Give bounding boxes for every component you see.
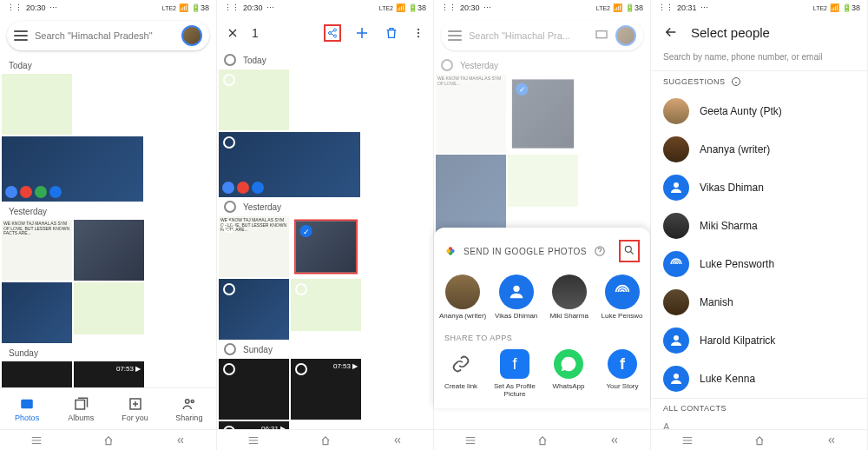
home-icon[interactable] — [536, 434, 549, 447]
menu-icon[interactable] — [247, 434, 260, 447]
hamburger-icon[interactable] — [14, 30, 28, 41]
svg-point-6 — [329, 32, 332, 35]
contact-item[interactable]: Miki Sharma — [651, 207, 867, 245]
selection-header: 1 — [217, 16, 433, 50]
selection-count: 1 — [252, 26, 312, 40]
avatar[interactable] — [181, 25, 202, 46]
nav-albums[interactable]: Albums — [54, 388, 108, 429]
avatar — [615, 25, 636, 46]
share-icon[interactable] — [324, 24, 341, 42]
delete-icon[interactable] — [383, 24, 400, 42]
screen-share-sheet: ⋮⋮20:30⋯ LTE2📶🔋38 Search "Himachal Pra..… — [434, 0, 651, 450]
photo-scroll[interactable]: Today Yesterday WE KNOW TAJ MAHAL AS SYM… — [0, 56, 216, 387]
suggestions-label: SUGGESTIONS — [651, 70, 867, 92]
more-icon[interactable] — [412, 27, 424, 39]
photo-thumb[interactable] — [219, 359, 289, 420]
contacts-scroll[interactable]: Geeta Aunty (Ptk) Ananya (writer) Vikas … — [651, 92, 867, 429]
send-label: SEND IN GOOGLE PHOTOS — [464, 247, 587, 256]
photo-scroll[interactable]: Today Yesterday WE KNOW TAJ MAHAL AS SYM… — [217, 50, 433, 429]
contact-item[interactable]: Harold Kilpatrick — [651, 321, 867, 360]
app-whatsapp[interactable]: WhatsApp — [543, 349, 594, 398]
select-all-circle[interactable] — [224, 343, 236, 355]
screen-selection: ⋮⋮20:30⋯ LTE2📶🔋38 1 Today Yesterday WE K… — [217, 0, 434, 450]
search-people-icon[interactable] — [619, 240, 640, 262]
menu-icon[interactable] — [30, 434, 43, 447]
status-bar: ⋮⋮20:31⋯ LTE2📶🔋38 — [651, 0, 867, 16]
status-bar: ⋮⋮20:30⋯ LTE2📶🔋38 — [217, 0, 433, 16]
photo-thumb[interactable]: WE KNOW TAJ MAHAL AS SYM OF LOVE, BUT LE… — [2, 220, 72, 281]
photo-thumb[interactable] — [2, 74, 72, 135]
svg-point-10 — [418, 36, 419, 37]
photo-thumb[interactable]: 07:53 ▶ — [74, 361, 144, 387]
select-all-circle[interactable] — [224, 54, 236, 66]
hamburger-icon — [448, 30, 462, 41]
add-icon[interactable] — [353, 24, 371, 42]
svg-point-4 — [191, 400, 194, 402]
home-icon[interactable] — [319, 434, 332, 447]
search-bar[interactable]: Search "Himachal Pradesh" — [7, 21, 209, 50]
photo-thumb[interactable] — [291, 279, 361, 331]
photo-thumb[interactable] — [2, 282, 72, 343]
photo-thumb[interactable] — [2, 136, 143, 202]
person-suggestion[interactable]: Vikas Dhiman — [493, 275, 539, 320]
select-header: Select people — [651, 16, 867, 49]
photo-thumb[interactable] — [2, 361, 72, 387]
svg-rect-0 — [21, 399, 33, 408]
screen-photos-main: ⋮⋮20:30⋯ LTE2📶🔋38 Search "Himachal Prade… — [0, 0, 217, 450]
select-all-circle[interactable] — [224, 201, 236, 213]
back-icon[interactable] — [608, 434, 621, 447]
info-icon[interactable] — [731, 76, 741, 87]
share-sheet: SEND IN GOOGLE PHOTOS Ananya (writer) Vi… — [434, 228, 650, 408]
svg-point-3 — [185, 399, 189, 403]
nav-foryou[interactable]: For you — [108, 388, 162, 429]
app-profile[interactable]: fSet As Profile Picture — [490, 349, 540, 398]
status-bar: ⋮⋮20:30⋯ LTE2📶🔋38 — [434, 0, 650, 16]
back-icon[interactable] — [391, 434, 404, 447]
contact-item[interactable]: Vikas Dhiman — [651, 169, 867, 207]
cast-icon — [595, 29, 608, 43]
back-icon[interactable] — [174, 434, 187, 447]
photo-thumb[interactable] — [219, 279, 289, 340]
close-icon[interactable] — [226, 26, 240, 40]
photo-thumb[interactable]: 07:53 ▶ — [291, 359, 361, 420]
photo-thumb-selected[interactable]: ✓ — [294, 220, 358, 275]
photo-thumb[interactable] — [74, 220, 144, 281]
person-suggestion[interactable]: Miki Sharma — [546, 275, 592, 320]
photo-thumb[interactable]: WE KNOW TAJ MAHAL AS SYM OF LOVE, BUT LE… — [219, 216, 289, 277]
home-icon[interactable] — [102, 434, 115, 447]
menu-icon[interactable] — [464, 434, 477, 447]
photo-thumb[interactable]: 06:31 ▶ — [219, 421, 289, 429]
photo-thumb[interactable] — [74, 282, 144, 334]
contact-item[interactable]: Manish — [651, 283, 867, 321]
contact-item[interactable]: Geeta Aunty (Ptk) — [651, 92, 867, 130]
contact-item[interactable]: Ananya (writer) — [651, 130, 867, 169]
svg-point-18 — [625, 246, 631, 252]
search-input[interactable]: Search by name, phone number, or email — [651, 49, 867, 70]
photo-thumb[interactable] — [219, 132, 360, 197]
svg-rect-1 — [76, 400, 85, 409]
status-bar: ⋮⋮20:30⋯ LTE2📶🔋38 — [0, 0, 216, 16]
apps-row: Create link fSet As Profile Picture What… — [434, 346, 650, 401]
app-story[interactable]: fYour Story — [597, 349, 648, 398]
person-suggestion[interactable]: Ananya (writer) — [439, 275, 486, 320]
photo-thumb[interactable] — [219, 69, 289, 130]
search-bar: Search "Himachal Pra... — [441, 21, 643, 50]
back-arrow-icon[interactable] — [663, 24, 679, 40]
person-suggestion[interactable]: Luke Penswo — [599, 275, 645, 320]
back-icon[interactable] — [825, 434, 838, 447]
nav-photos[interactable]: Photos — [0, 388, 54, 429]
system-nav — [0, 429, 216, 450]
system-nav — [434, 429, 650, 450]
search-placeholder: Search "Himachal Pradesh" — [35, 30, 174, 41]
app-createlink[interactable]: Create link — [436, 349, 486, 398]
contact-item[interactable]: Luke Kenna — [651, 360, 867, 398]
contact-item[interactable]: Luke Pensworth — [651, 245, 867, 283]
people-row[interactable]: Ananya (writer) Vikas Dhiman Miki Sharma… — [434, 268, 650, 327]
nav-sharing[interactable]: Sharing — [162, 388, 216, 429]
home-icon[interactable] — [753, 434, 766, 447]
all-contacts-label: ALL CONTACTS — [651, 398, 867, 418]
photos-logo-icon — [444, 245, 457, 257]
bottom-nav: Photos Albums For you Sharing — [0, 387, 216, 429]
help-icon[interactable] — [594, 245, 606, 257]
menu-icon[interactable] — [681, 434, 694, 447]
